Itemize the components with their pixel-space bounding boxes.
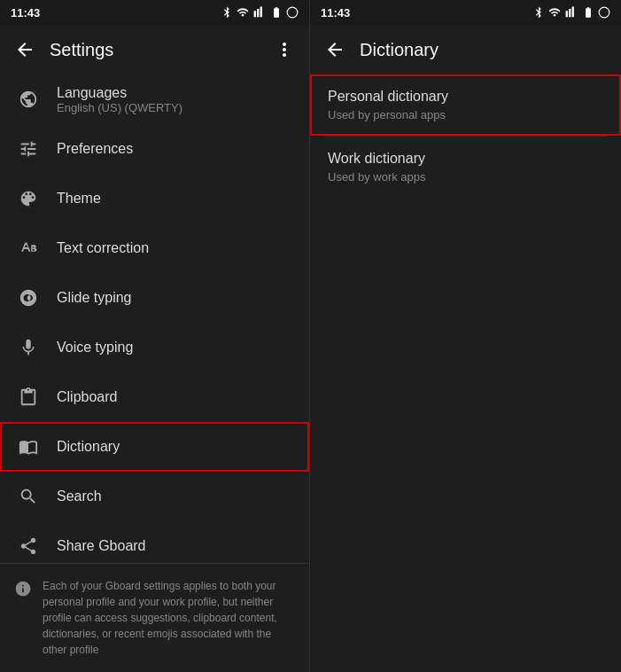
footer-text: Each of your Gboard settings applies to … — [43, 578, 295, 658]
nav-item-clipboard[interactable]: Clipboard — [0, 372, 309, 422]
glide-icon — [14, 284, 43, 312]
sliders-icon — [14, 135, 43, 163]
svg-point-0 — [287, 7, 298, 18]
personal-dictionary-subtitle: Used by personal apps — [328, 108, 603, 121]
clipboard-icon — [14, 383, 43, 411]
share-icon — [14, 532, 43, 560]
nav-item-search[interactable]: Search — [0, 472, 309, 521]
globe-icon — [14, 85, 43, 113]
clipboard-label: Clipboard — [57, 389, 117, 405]
right-back-button[interactable] — [317, 32, 353, 67]
left-back-button[interactable] — [7, 32, 43, 67]
right-status-bar: 11:43 — [310, 0, 621, 25]
left-time: 11:43 — [11, 6, 40, 20]
dictionary-label: Dictionary — [57, 439, 120, 455]
right-status-icons — [532, 6, 610, 19]
share-gboard-label: Share Gboard — [57, 538, 146, 554]
work-dictionary-item[interactable]: Work dictionary Used by work apps — [310, 137, 621, 198]
more-options-button[interactable] — [267, 32, 302, 67]
search-label: Search — [57, 488, 102, 504]
nav-item-text-correction[interactable]: Text correction — [0, 223, 309, 273]
nav-item-share-gboard[interactable]: Share Gboard — [0, 521, 309, 563]
theme-label: Theme — [57, 191, 101, 207]
glide-typing-label: Glide typing — [57, 290, 132, 306]
voice-typing-label: Voice typing — [57, 340, 133, 356]
personal-dictionary-item[interactable]: Personal dictionary Used by personal app… — [310, 74, 621, 136]
right-panel: 11:43 Dictionary Personal dictionary Use… — [310, 0, 621, 672]
search-icon — [14, 482, 43, 511]
info-icon — [14, 580, 32, 602]
palette-icon — [14, 184, 43, 213]
right-time: 11:43 — [321, 6, 350, 20]
left-status-icons — [221, 6, 299, 19]
right-header-title: Dictionary — [360, 40, 614, 60]
nav-item-preferences[interactable]: Preferences — [0, 124, 309, 174]
svg-point-1 — [599, 7, 609, 18]
nav-item-voice-typing[interactable]: Voice typing — [0, 323, 309, 372]
languages-label: Languages — [57, 85, 182, 101]
nav-item-languages[interactable]: Languages English (US) (QWERTY) — [0, 74, 309, 124]
nav-list: Languages English (US) (QWERTY) Preferen… — [0, 74, 309, 563]
text-correction-icon — [14, 234, 43, 262]
mic-icon — [14, 333, 43, 362]
work-dictionary-title: Work dictionary — [328, 151, 603, 167]
work-dictionary-subtitle: Used by work apps — [328, 170, 603, 184]
nav-item-glide-typing[interactable]: Glide typing — [0, 273, 309, 323]
preferences-label: Preferences — [57, 141, 133, 157]
personal-dictionary-title: Personal dictionary — [328, 89, 603, 105]
languages-sublabel: English (US) (QWERTY) — [57, 101, 182, 114]
left-panel: 11:43 Settings Langu — [0, 0, 310, 672]
left-header: Settings — [0, 25, 309, 74]
left-header-title: Settings — [50, 40, 267, 60]
footer-note: Each of your Gboard settings applies to … — [0, 563, 309, 672]
nav-item-dictionary[interactable]: Dictionary — [0, 422, 309, 472]
left-status-bar: 11:43 — [0, 0, 309, 25]
text-correction-label: Text correction — [57, 240, 149, 256]
dictionary-icon — [14, 433, 43, 461]
right-header: Dictionary — [310, 25, 621, 74]
nav-item-theme[interactable]: Theme — [0, 174, 309, 223]
